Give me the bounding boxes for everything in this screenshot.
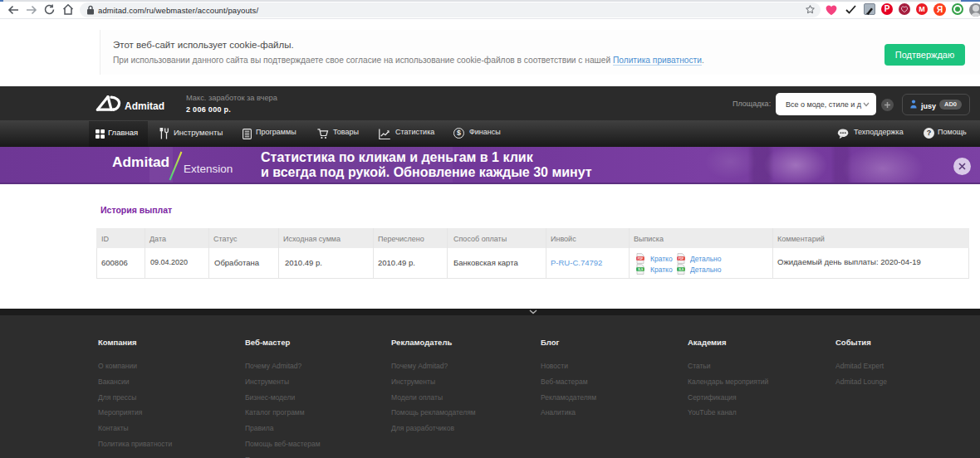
- svg-text:XLS: XLS: [679, 268, 684, 271]
- svg-text:XLS: XLS: [638, 268, 643, 271]
- svg-text:PDF: PDF: [679, 257, 684, 261]
- svg-text:PDF: PDF: [638, 257, 643, 261]
